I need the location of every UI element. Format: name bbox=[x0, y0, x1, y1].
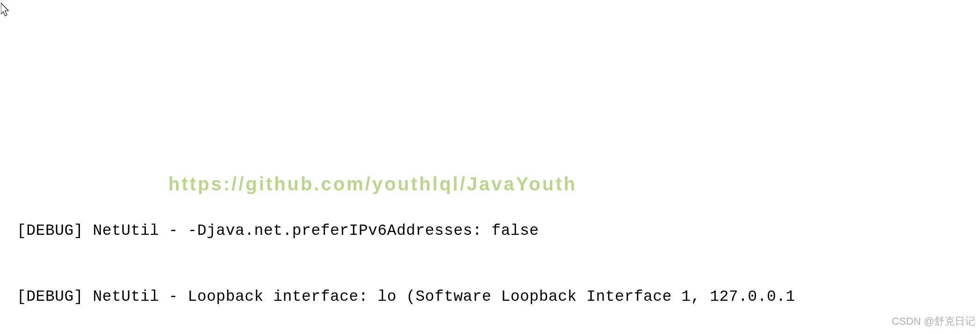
mouse-cursor-icon bbox=[1, 3, 12, 19]
log-line: [DEBUG] NetUtil - -Djava.net.preferIPv6A… bbox=[17, 220, 980, 242]
log-line: [DEBUG] NetUtil - Loopback interface: lo… bbox=[17, 286, 980, 308]
console-log-output: [DEBUG] NetUtil - -Djava.net.preferIPv6A… bbox=[17, 176, 980, 334]
